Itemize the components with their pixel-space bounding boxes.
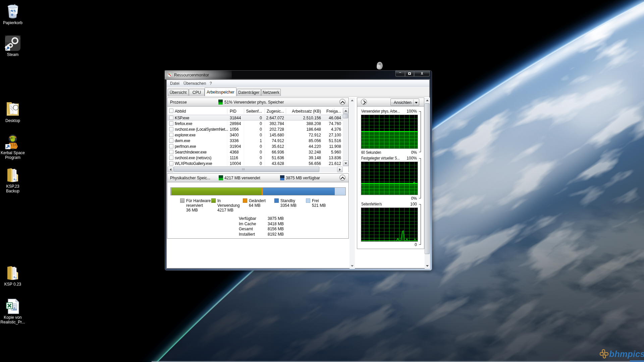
svg-text:bhmpics: bhmpics <box>609 349 644 359</box>
